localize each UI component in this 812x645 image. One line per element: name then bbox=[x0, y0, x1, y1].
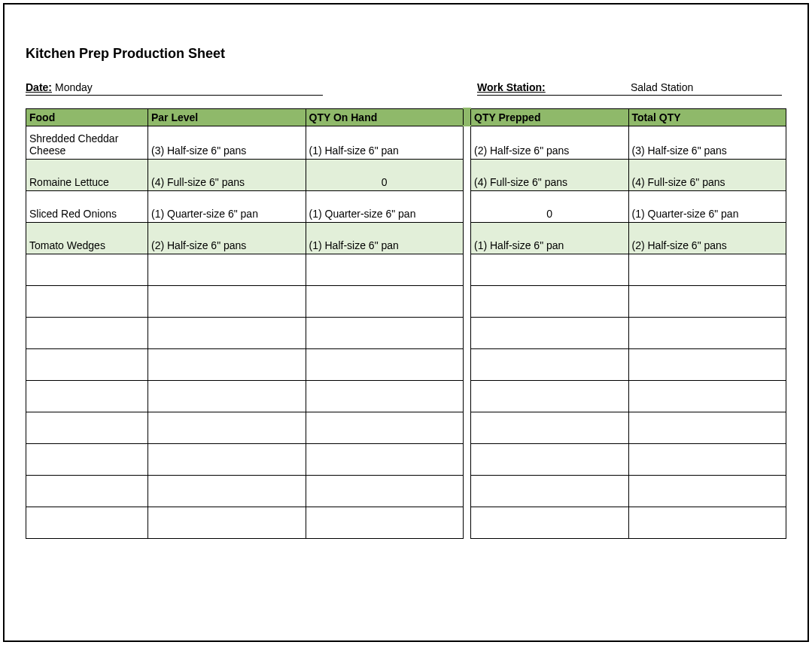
col-header-gap bbox=[464, 108, 471, 126]
date-value: Monday bbox=[55, 81, 93, 93]
cell-empty bbox=[306, 317, 464, 348]
cell-empty bbox=[471, 507, 629, 538]
table-row-empty bbox=[26, 254, 786, 285]
cell-total: (2) Half-size 6" pans bbox=[628, 222, 786, 254]
cell-empty bbox=[471, 380, 629, 412]
cell-empty bbox=[26, 443, 148, 475]
cell-empty bbox=[26, 412, 148, 443]
document-title: Kitchen Prep Production Sheet bbox=[26, 46, 786, 62]
cell-gap bbox=[464, 222, 471, 254]
cell-empty bbox=[26, 285, 148, 317]
col-header-onhand: QTY On Hand bbox=[306, 108, 464, 126]
meta-row: Date: Monday Work Station: Salad Station bbox=[26, 81, 786, 96]
cell-empty bbox=[628, 285, 786, 317]
cell-empty bbox=[628, 507, 786, 538]
cell-food: Shredded Cheddar Cheese bbox=[26, 126, 148, 159]
cell-food: Romaine Lettuce bbox=[26, 159, 148, 190]
cell-empty bbox=[26, 317, 148, 348]
page-border: Kitchen Prep Production Sheet Date: Mond… bbox=[3, 3, 809, 642]
page-frame: Kitchen Prep Production Sheet Date: Mond… bbox=[0, 0, 812, 645]
cell-empty bbox=[471, 443, 629, 475]
cell-empty bbox=[628, 443, 786, 475]
cell-empty bbox=[628, 317, 786, 348]
table-row-empty bbox=[26, 285, 786, 317]
col-header-prepped: QTY Prepped bbox=[471, 108, 629, 126]
table-row-empty bbox=[26, 475, 786, 507]
cell-par: (1) Quarter-size 6" pan bbox=[148, 190, 306, 222]
cell-empty bbox=[26, 348, 148, 380]
meta-station-label-group: Work Station: bbox=[477, 81, 628, 96]
cell-onhand: 0 bbox=[306, 159, 464, 190]
table-row: Shredded Cheddar Cheese(3) Half-size 6" … bbox=[26, 126, 786, 159]
cell-prepped: 0 bbox=[471, 190, 629, 222]
cell-food: Sliced Red Onions bbox=[26, 190, 148, 222]
cell-empty bbox=[306, 285, 464, 317]
table-row-empty bbox=[26, 380, 786, 412]
table-row-empty bbox=[26, 507, 786, 538]
cell-empty bbox=[471, 254, 629, 285]
cell-gap bbox=[464, 507, 471, 538]
cell-empty bbox=[306, 507, 464, 538]
meta-station-value-group: Salad Station bbox=[628, 81, 782, 96]
table-body: Shredded Cheddar Cheese(3) Half-size 6" … bbox=[26, 126, 786, 538]
cell-gap bbox=[464, 317, 471, 348]
cell-onhand: (1) Quarter-size 6" pan bbox=[306, 190, 464, 222]
cell-prepped: (4) Full-size 6" pans bbox=[471, 159, 629, 190]
cell-empty bbox=[26, 507, 148, 538]
table-row-empty bbox=[26, 412, 786, 443]
cell-prepped: (2) Half-size 6" pans bbox=[471, 126, 629, 159]
cell-food: Tomato Wedges bbox=[26, 222, 148, 254]
meta-date-group: Date: Monday bbox=[26, 81, 323, 96]
cell-gap bbox=[464, 475, 471, 507]
cell-empty bbox=[628, 380, 786, 412]
cell-empty bbox=[148, 380, 306, 412]
cell-par: (4) Full-size 6" pans bbox=[148, 159, 306, 190]
cell-empty bbox=[148, 348, 306, 380]
cell-empty bbox=[306, 348, 464, 380]
cell-empty bbox=[148, 412, 306, 443]
cell-onhand: (1) Half-size 6" pan bbox=[306, 222, 464, 254]
cell-empty bbox=[26, 254, 148, 285]
date-label: Date: bbox=[26, 81, 52, 93]
table-header-row: Food Par Level QTY On Hand QTY Prepped T… bbox=[26, 108, 786, 126]
cell-gap bbox=[464, 159, 471, 190]
cell-onhand: (1) Half-size 6" pan bbox=[306, 126, 464, 159]
table-row: Sliced Red Onions(1) Quarter-size 6" pan… bbox=[26, 190, 786, 222]
cell-par: (2) Half-size 6" pans bbox=[148, 222, 306, 254]
cell-empty bbox=[628, 475, 786, 507]
cell-empty bbox=[148, 254, 306, 285]
cell-empty bbox=[306, 254, 464, 285]
cell-empty bbox=[148, 507, 306, 538]
table-row-empty bbox=[26, 317, 786, 348]
cell-empty bbox=[148, 475, 306, 507]
cell-par: (3) Half-size 6" pans bbox=[148, 126, 306, 159]
work-station-label: Work Station: bbox=[477, 81, 546, 93]
col-header-par: Par Level bbox=[148, 108, 306, 126]
cell-empty bbox=[471, 475, 629, 507]
cell-empty bbox=[628, 348, 786, 380]
cell-empty bbox=[26, 380, 148, 412]
cell-empty bbox=[628, 254, 786, 285]
cell-gap bbox=[464, 254, 471, 285]
cell-empty bbox=[26, 475, 148, 507]
cell-gap bbox=[464, 412, 471, 443]
table-row: Romaine Lettuce(4) Full-size 6" pans0(4)… bbox=[26, 159, 786, 190]
cell-empty bbox=[148, 443, 306, 475]
production-table: Food Par Level QTY On Hand QTY Prepped T… bbox=[26, 108, 786, 539]
cell-empty bbox=[471, 412, 629, 443]
cell-gap bbox=[464, 380, 471, 412]
work-station-value: Salad Station bbox=[631, 81, 693, 93]
cell-gap bbox=[464, 348, 471, 380]
cell-empty bbox=[306, 412, 464, 443]
cell-empty bbox=[306, 475, 464, 507]
cell-empty bbox=[471, 285, 629, 317]
table-row-empty bbox=[26, 348, 786, 380]
cell-empty bbox=[148, 285, 306, 317]
cell-total: (4) Full-size 6" pans bbox=[628, 159, 786, 190]
cell-empty bbox=[148, 317, 306, 348]
cell-empty bbox=[306, 443, 464, 475]
col-header-food: Food bbox=[26, 108, 148, 126]
cell-gap bbox=[464, 443, 471, 475]
cell-gap bbox=[464, 190, 471, 222]
cell-empty bbox=[628, 412, 786, 443]
